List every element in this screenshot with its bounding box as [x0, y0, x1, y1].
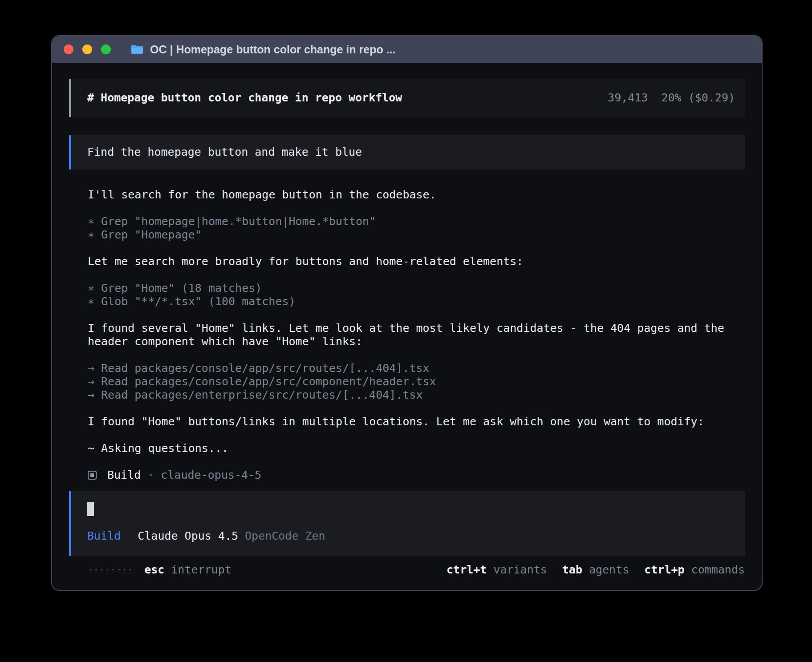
- read-call-text: Read packages/enterprise/src/routes/[...…: [101, 388, 422, 401]
- status-bar-right: ctrl+tvariants tabagents ctrl+pcommands: [447, 563, 745, 577]
- assistant-text: Let me search more broadly for buttons a…: [88, 255, 745, 268]
- shortcut-label: agents: [589, 563, 629, 576]
- shortcut-interrupt: escinterrupt: [144, 563, 231, 577]
- separator-dot: ·: [147, 468, 154, 482]
- model-name: Claude Opus 4.5: [138, 529, 238, 543]
- user-message: Find the homepage button and make it blu…: [69, 135, 745, 170]
- folder-icon: [130, 44, 144, 55]
- tool-call-text: Glob "**/*.tsx" (100 matches): [101, 295, 296, 308]
- status-bar-left: ········ escinterrupt: [88, 563, 231, 577]
- assistant-text: I'll search for the homepage button in t…: [88, 188, 745, 202]
- shortcut-commands: ctrl+pcommands: [644, 563, 745, 577]
- tool-call-text: Grep "Home" (18 matches): [101, 282, 262, 295]
- read-call: →Read packages/enterprise/src/routes/[..…: [88, 388, 745, 402]
- session-stats: 39,413 20% ($0.29): [608, 91, 735, 105]
- window-title-group: OC | Homepage button color change in rep…: [130, 43, 395, 56]
- titlebar: OC | Homepage button color change in rep…: [52, 36, 762, 63]
- token-count: 39,413: [608, 91, 648, 105]
- shortcut-key: ctrl+t: [447, 563, 487, 576]
- traffic-lights: [64, 44, 111, 54]
- read-arrow-icon: →: [88, 375, 94, 388]
- context-usage: 20% ($0.29): [661, 91, 735, 105]
- shortcut-label: interrupt: [171, 563, 231, 576]
- window-title: OC | Homepage button color change in rep…: [150, 43, 395, 56]
- shortcut-key: esc: [144, 563, 164, 576]
- assistant-text: I found "Home" buttons/links in multiple…: [88, 415, 745, 428]
- read-call-text: Read packages/console/app/src/routes/[..…: [101, 362, 430, 375]
- session-header: # Homepage button color change in repo w…: [69, 79, 745, 117]
- shortcut-key: ctrl+p: [644, 563, 684, 576]
- minimize-button[interactable]: [82, 44, 92, 54]
- read-arrow-icon: →: [88, 388, 94, 401]
- terminal-window: OC | Homepage button color change in rep…: [51, 35, 763, 591]
- text-cursor: [87, 502, 94, 516]
- tool-bullet-icon: ∗: [88, 215, 94, 228]
- desktop-background: OC | Homepage button color change in rep…: [0, 0, 812, 662]
- status-text: ~ Asking questions...: [88, 442, 745, 455]
- tool-call-text: Grep "homepage|home.*button|Home.*button…: [101, 215, 376, 228]
- tool-bullet-icon: ∗: [88, 282, 94, 295]
- shortcut-variants: ctrl+tvariants: [447, 563, 547, 577]
- shortcut-label: variants: [493, 563, 547, 576]
- shortcut-label: commands: [691, 563, 745, 576]
- close-button[interactable]: [64, 44, 73, 54]
- assistant-text: I found several "Home" links. Let me loo…: [88, 322, 745, 348]
- shortcut-agents: tabagents: [562, 563, 629, 577]
- tool-call-text: Grep "Homepage": [101, 228, 202, 241]
- read-call: →Read packages/console/app/src/component…: [88, 375, 745, 388]
- agent-model: claude-opus-4-5: [161, 468, 261, 482]
- tool-call-group: ∗Grep "Home" (18 matches) ∗Glob "**/*.ts…: [88, 282, 745, 308]
- read-call-text: Read packages/console/app/src/component/…: [101, 375, 436, 388]
- zoom-button[interactable]: [101, 44, 111, 54]
- agent-status-line: Build · claude-opus-4-5: [88, 468, 745, 482]
- tool-bullet-icon: ∗: [88, 228, 94, 241]
- tool-call: ∗Grep "homepage|home.*button|Home.*butto…: [88, 215, 745, 228]
- user-message-text: Find the homepage button and make it blu…: [87, 145, 362, 158]
- tool-bullet-icon: ∗: [88, 295, 94, 308]
- agent-name: Build: [107, 468, 141, 482]
- agent-mode-label[interactable]: Build: [87, 529, 121, 543]
- read-arrow-icon: →: [88, 362, 94, 375]
- read-group: →Read packages/console/app/src/routes/[.…: [88, 362, 745, 402]
- shortcut-key: tab: [562, 563, 582, 576]
- tool-call-group: ∗Grep "homepage|home.*button|Home.*butto…: [88, 215, 745, 242]
- input-status-line: Build Claude Opus 4.5 OpenCode Zen: [87, 529, 729, 543]
- model-provider: OpenCode Zen: [245, 529, 325, 543]
- read-call: →Read packages/console/app/src/routes/[.…: [88, 362, 745, 375]
- tool-call: ∗Grep "Home" (18 matches): [88, 282, 745, 295]
- status-bar: ········ escinterrupt ctrl+tvariants tab…: [88, 563, 745, 577]
- terminal-content: # Homepage button color change in repo w…: [52, 63, 762, 590]
- working-indicator-dots: ········: [88, 563, 133, 577]
- agent-icon: [88, 471, 97, 480]
- session-title: # Homepage button color change in repo w…: [87, 91, 402, 105]
- tool-call: ∗Grep "Homepage": [88, 228, 745, 242]
- tool-call: ∗Glob "**/*.tsx" (100 matches): [88, 295, 745, 308]
- prompt-input[interactable]: Build Claude Opus 4.5 OpenCode Zen: [69, 491, 745, 556]
- conversation: I'll search for the homepage button in t…: [88, 188, 745, 482]
